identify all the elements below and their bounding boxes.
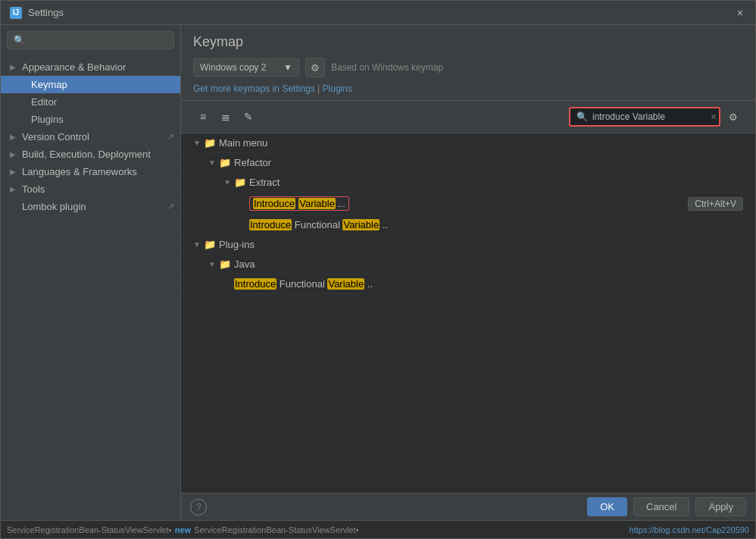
- folder-icon: 📁: [204, 239, 216, 250]
- titlebar-controls: ×: [734, 7, 746, 19]
- tree-item-label: Java: [234, 259, 743, 270]
- collapse-all-button[interactable]: ≣: [216, 108, 236, 126]
- highlight-introduce2: Introduce: [249, 219, 292, 230]
- status-new-label: new: [175, 525, 191, 534]
- highlight-variable2: Variable: [342, 219, 380, 230]
- tree-item-plugins[interactable]: ▼ 📁 Plug-ins: [181, 235, 755, 255]
- keymap-controls: Windows copy 2 ▼ ⚙ Based on Windows keym…: [193, 58, 743, 77]
- search-icon: 🔍: [576, 111, 588, 122]
- arrow-icon: ▶: [10, 168, 17, 176]
- dots-text2: ..: [367, 278, 373, 290]
- tree-item-introduce-functional-variable-java[interactable]: Introduce Functional Variable ..: [181, 274, 755, 294]
- get-more-keymaps-link[interactable]: Get more keymaps in Settings: [193, 83, 315, 94]
- tree-item-refactor[interactable]: ▼ 📁 Refactor: [181, 153, 755, 173]
- ok-button[interactable]: OK: [587, 497, 627, 516]
- sidebar-item-version-control[interactable]: ▶ Version Control ↗: [1, 128, 180, 146]
- app-icon: IJ: [10, 7, 22, 19]
- tree-item-introduce-functional-variable[interactable]: Introduce Functional Variable ..: [181, 215, 755, 235]
- cancel-button[interactable]: Cancel: [633, 497, 689, 516]
- highlight-introduce: Introduce: [253, 198, 295, 209]
- external-icon: ↗: [167, 202, 174, 212]
- keymap-search-input[interactable]: [592, 111, 706, 122]
- keymap-search-field[interactable]: 🔍 ×: [569, 107, 720, 127]
- bottom-left: ?: [190, 499, 581, 515]
- sidebar-item-tools[interactable]: ▶ Tools: [1, 180, 180, 198]
- folder-icon: 📁: [234, 177, 246, 188]
- settings-window: IJ Settings × 🔍 ▶ Appearance & Behavior: [0, 0, 756, 539]
- status-text-after: ServiceRegistrationBean-StatusViewServle…: [194, 525, 359, 534]
- search-settings-icon[interactable]: ⚙: [723, 107, 743, 127]
- sidebar: 🔍 ▶ Appearance & Behavior Keymap Editor: [1, 25, 181, 520]
- sidebar-item-label: Languages & Frameworks: [22, 166, 137, 177]
- sidebar-search-box[interactable]: 🔍: [7, 31, 174, 49]
- based-on-label: Based on Windows keymap: [331, 62, 443, 73]
- keymap-select[interactable]: Windows copy 2 ▼: [193, 58, 299, 77]
- edit-button[interactable]: ✎: [239, 108, 258, 126]
- keymap-header: Keymap Windows copy 2 ▼ ⚙ Based on Windo…: [181, 25, 755, 101]
- highlight-introduce3: Introduce: [234, 278, 276, 290]
- dots-text: ..: [383, 219, 388, 230]
- sidebar-item-editor[interactable]: Editor: [1, 93, 180, 111]
- sidebar-item-languages-frameworks[interactable]: ▶ Languages & Frameworks: [1, 163, 180, 180]
- shortcut-badge: Ctrl+Alt+V: [688, 197, 743, 211]
- tree-arrow-icon: ▼: [208, 158, 219, 167]
- tree-item-label: Introduce Variable ...: [249, 196, 688, 211]
- tree-item-main-menu[interactable]: ▼ 📁 Main menu: [181, 133, 755, 153]
- tree-arrow-icon: ▼: [193, 240, 204, 249]
- keymap-gear-button[interactable]: ⚙: [305, 58, 325, 77]
- close-button[interactable]: ×: [734, 7, 746, 19]
- tree-item-label: Main menu: [219, 137, 743, 149]
- sidebar-item-keymap[interactable]: Keymap: [1, 76, 180, 93]
- sidebar-item-label: Editor: [31, 96, 57, 108]
- tree-item-label: Refactor: [234, 157, 743, 168]
- folder-icon: 📁: [204, 137, 216, 149]
- sidebar-item-label: Tools: [22, 183, 45, 195]
- tree-arrow-icon: ▼: [193, 139, 204, 147]
- sidebar-item-lombok[interactable]: Lombok plugin ↗: [1, 198, 180, 215]
- sidebar-search-input[interactable]: [30, 35, 167, 45]
- help-button[interactable]: ?: [190, 499, 207, 515]
- chevron-down-icon: ▼: [283, 62, 292, 73]
- status-link[interactable]: https://blog.csdn.net/Cap220590: [629, 525, 749, 534]
- tree-item-label: Introduce Functional Variable ..: [234, 278, 743, 290]
- sidebar-item-label: Plugins: [31, 114, 64, 125]
- tree-arrow-icon: ▼: [208, 260, 219, 268]
- external-icon: ↗: [167, 132, 174, 142]
- bottom-bar: ? OK Cancel Apply: [181, 493, 755, 520]
- sidebar-item-label: Lombok plugin: [22, 201, 86, 212]
- highlight-variable: Variable: [298, 198, 336, 209]
- tree-arrow-icon: ▼: [223, 178, 234, 186]
- main-content: 🔍 ▶ Appearance & Behavior Keymap Editor: [1, 25, 755, 520]
- titlebar: IJ Settings ×: [1, 1, 755, 25]
- folder-icon: 📁: [219, 259, 231, 270]
- arrow-icon: ▶: [10, 133, 17, 141]
- sidebar-item-label: Version Control: [22, 131, 89, 143]
- folder-icon: 📁: [219, 157, 231, 168]
- functional-text2: Functional: [280, 278, 328, 290]
- window-title: Settings: [28, 7, 734, 18]
- sidebar-item-appearance-behavior[interactable]: ▶ Appearance & Behavior: [1, 58, 180, 76]
- tree-item-introduce-variable[interactable]: Introduce Variable ... Ctrl+Alt+V: [181, 193, 755, 215]
- sidebar-item-build-execution[interactable]: ▶ Build, Execution, Deployment: [1, 146, 180, 163]
- sidebar-search-icon: 🔍: [14, 35, 25, 45]
- tree-item-label: Extract: [249, 177, 743, 188]
- keymap-section-title: Keymap: [193, 34, 743, 50]
- plugins-link[interactable]: Plugins: [323, 83, 352, 94]
- apply-button[interactable]: Apply: [695, 497, 746, 516]
- sidebar-item-label: Keymap: [31, 79, 67, 90]
- sidebar-item-plugins[interactable]: Plugins: [1, 111, 180, 128]
- keymap-toolbar: ≡ ≣ ✎ 🔍 × ⚙: [181, 101, 755, 133]
- tree-item-extract[interactable]: ▼ 📁 Extract: [181, 173, 755, 193]
- right-panel: Keymap Windows copy 2 ▼ ⚙ Based on Windo…: [181, 25, 755, 520]
- expand-all-button[interactable]: ≡: [193, 108, 213, 126]
- clear-search-button[interactable]: ×: [711, 111, 717, 123]
- sidebar-item-label: Appearance & Behavior: [22, 61, 126, 73]
- sidebar-tree: ▶ Appearance & Behavior Keymap Editor Pl…: [1, 55, 180, 520]
- keymap-tree: ▼ 📁 Main menu ▼ 📁 Refactor ▼ 📁 Extract: [181, 133, 755, 493]
- tree-item-java[interactable]: ▼ 📁 Java: [181, 255, 755, 274]
- status-bar: ServiceRegistrationBean-StatusViewServle…: [1, 520, 755, 538]
- functional-text: Functional: [295, 219, 343, 230]
- keymap-select-value: Windows copy 2: [200, 62, 266, 73]
- tree-item-label: Plug-ins: [219, 239, 743, 250]
- highlight-variable3: Variable: [327, 278, 364, 290]
